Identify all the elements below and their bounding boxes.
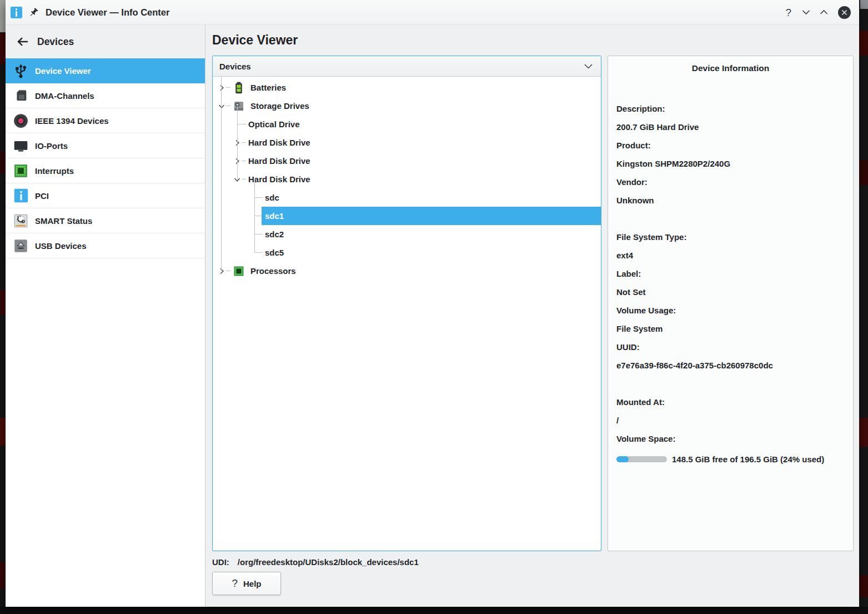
help-button-label: Help (243, 579, 262, 588)
sidebar-item-ieee-1394[interactable]: IEEE 1394 Devices (6, 108, 205, 133)
tree-row-optical-drive[interactable]: Optical Drive (213, 115, 601, 133)
devices-dropdown-label: Devices (219, 62, 251, 71)
tree-row-hard-disk-drive-1[interactable]: Hard Disk Drive (213, 133, 601, 152)
tree-row-label: Processors (250, 266, 296, 276)
vendor-value: Unknown (616, 191, 845, 209)
tree-line (242, 142, 246, 143)
pin-icon (29, 8, 38, 17)
tree-row-label: Hard Disk Drive (248, 174, 310, 184)
chevron-right-icon[interactable] (217, 267, 226, 276)
tree-row-storage-drives[interactable]: Storage Drives (213, 97, 601, 115)
sidebar-item-io-ports[interactable]: IO-Ports (6, 133, 205, 158)
desktop-red-patch (859, 160, 868, 185)
desktop-red-patch (0, 290, 6, 315)
sidebar-item-label: IEEE 1394 Devices (35, 116, 109, 126)
tree-row-processors[interactable]: Processors (213, 262, 601, 280)
sidebar-item-interrupts[interactable]: Interrupts (6, 158, 205, 183)
tree-row-hard-disk-drive-3[interactable]: Hard Disk Drive (213, 170, 601, 188)
tree-line (226, 106, 230, 106)
maximize-button[interactable] (820, 9, 828, 15)
sidebar-item-pci[interactable]: PCI (6, 183, 205, 208)
sidebar-item-label: Device Viewer (35, 66, 91, 76)
tree-row-sdc[interactable]: sdc (213, 188, 601, 207)
tree-line (226, 87, 230, 88)
volume-usage-progress-fill (616, 456, 629, 462)
device-tree: Batteries Storage Drives (213, 77, 601, 551)
tree-line (254, 216, 262, 216)
tree-row-hard-disk-drive-2[interactable]: Hard Disk Drive (213, 152, 601, 170)
tree-line (254, 234, 263, 234)
device-tree-panel: Devices (212, 56, 601, 551)
processor-icon (233, 265, 245, 277)
sidebar-back-header[interactable]: Devices (6, 25, 205, 58)
tree-row-label: Hard Disk Drive (248, 138, 310, 147)
desktop-background-left-grey (0, 0, 6, 32)
udi-label: UDI: (212, 557, 229, 567)
minimize-button[interactable] (802, 9, 810, 15)
window-title: Device Viewer — Info Center (46, 7, 169, 18)
battery-icon (233, 82, 245, 94)
desktop-background-right (859, 0, 868, 614)
sidebar-item-smart-status[interactable]: SMART Status (6, 208, 205, 233)
tree-row-sdc1-selected[interactable]: sdc1 (262, 207, 601, 225)
chevron-right-icon[interactable] (217, 83, 226, 92)
spacer (616, 375, 845, 393)
sidebar-back-label: Devices (37, 36, 74, 48)
desktop-red-patch (859, 418, 868, 447)
memory-card-icon (13, 88, 29, 104)
label-value: Not Set (616, 283, 845, 301)
sidebar-item-device-viewer[interactable]: Device Viewer (6, 58, 205, 83)
titlebar[interactable]: Device Viewer — Info Center ? (6, 0, 859, 25)
sidebar-item-label: Interrupts (35, 166, 74, 176)
mounted-at-label: Mounted At: (616, 393, 845, 411)
close-button[interactable] (837, 6, 851, 19)
tree-line (221, 77, 222, 271)
sidebar: Devices Device Viewer (6, 25, 205, 607)
info-icon (13, 188, 29, 204)
tree-line (226, 271, 230, 271)
devices-category-dropdown[interactable]: Devices (213, 56, 601, 77)
tree-row-label: Hard Disk Drive (248, 156, 310, 166)
sidebar-item-label: IO-Ports (35, 141, 68, 151)
volume-space-label: Volume Space: (616, 430, 845, 448)
tree-line (237, 124, 246, 124)
smart-status-icon (13, 213, 29, 229)
desktop-red-patch (0, 418, 6, 446)
info-center-window: Device Viewer — Info Center ? (6, 0, 859, 607)
volume-usage-value: File System (616, 320, 845, 338)
file-system-type-value: ext4 (616, 246, 845, 264)
device-information-panel: Device Information Description: 200.7 Gi… (608, 56, 854, 551)
tree-row-label: Optical Drive (248, 119, 300, 129)
volume-space-row: 148.5 GiB free of 196.5 GiB (24% used) (616, 455, 845, 464)
product-value: Kingston SHPM2280P2/240G (616, 154, 845, 173)
desktop-grey-patch (860, 0, 868, 9)
usb-icon (13, 63, 29, 79)
udi-row: UDI: /org/freedesktop/UDisks2/block_devi… (212, 557, 854, 567)
back-arrow-icon (16, 36, 29, 47)
mounted-at-value: / (616, 411, 845, 430)
uuid-label: UUID: (616, 338, 845, 356)
help-button[interactable]: ? Help (212, 572, 281, 595)
desktop-red-patch (0, 562, 6, 589)
tree-row-sdc5[interactable]: sdc5 (213, 243, 601, 262)
tree-line (254, 197, 263, 198)
sidebar-item-usb-devices[interactable]: USB Devices (6, 233, 205, 258)
tree-line (254, 252, 263, 253)
sidebar-item-dma-channels[interactable]: DMA-Channels (6, 83, 205, 108)
display-icon (13, 138, 29, 154)
file-system-type-label: File System Type: (616, 228, 845, 246)
titlebar-help-button[interactable]: ? (784, 7, 792, 18)
udi-value: /org/freedesktop/UDisks2/block_devices/s… (238, 557, 419, 567)
chevron-down-icon[interactable] (217, 102, 226, 111)
volume-usage-progressbar (616, 456, 667, 462)
tree-row-label: Storage Drives (250, 101, 309, 111)
tree-line (237, 106, 238, 179)
desktop-red-patch (0, 33, 6, 64)
description-label: Description: (616, 99, 845, 118)
tree-row-sdc2[interactable]: sdc2 (213, 225, 601, 243)
description-value: 200.7 GiB Hard Drive (616, 118, 845, 136)
vendor-label: Vendor: (616, 173, 845, 191)
drive-icon (233, 100, 245, 112)
tree-row-batteries[interactable]: Batteries (213, 78, 601, 97)
spacer (616, 209, 845, 228)
